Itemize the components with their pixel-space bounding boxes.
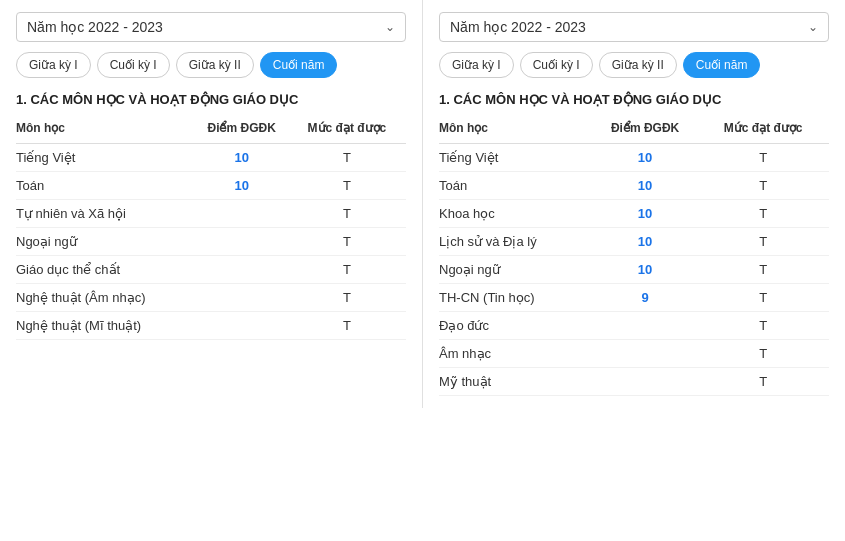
subject-name: Tiếng Việt: [439, 144, 593, 172]
table-row: Toán10T: [439, 172, 829, 200]
subject-name: Tiếng Việt: [16, 144, 195, 172]
subject-score: 10: [593, 144, 703, 172]
subject-score: [593, 340, 703, 368]
subject-name: Toán: [16, 172, 195, 200]
table-row: Toán10T: [16, 172, 406, 200]
table-row: Nghệ thuật (Âm nhạc)T: [16, 284, 406, 312]
table-row: Tiếng Việt10T: [439, 144, 829, 172]
subject-level: T: [703, 284, 829, 312]
subject-score: 10: [195, 172, 293, 200]
tab-0[interactable]: Giữa kỳ I: [439, 52, 514, 78]
tab-1[interactable]: Cuối kỳ I: [520, 52, 593, 78]
subject-score: [593, 368, 703, 396]
table-row: Giáo dục thể chấtT: [16, 256, 406, 284]
table-row: Ngoại ngữT: [16, 228, 406, 256]
table-row: Mỹ thuậtT: [439, 368, 829, 396]
subject-score: [195, 312, 293, 340]
tab-2[interactable]: Giữa kỳ II: [176, 52, 254, 78]
dropdown-arrow-icon: ⌄: [808, 20, 818, 34]
subject-name: Mỹ thuật: [439, 368, 593, 396]
subject-level: T: [294, 200, 406, 228]
panel-left: Năm học 2022 - 2023 ⌄ Giữa kỳ ICuối kỳ I…: [0, 0, 423, 408]
subject-name: Nghệ thuật (Mĩ thuật): [16, 312, 195, 340]
tab-1[interactable]: Cuối kỳ I: [97, 52, 170, 78]
subject-level: T: [294, 312, 406, 340]
col-header-2: Mức đạt được: [294, 117, 406, 144]
tab-2[interactable]: Giữa kỳ II: [599, 52, 677, 78]
col-header-1: Điểm ĐGĐK: [195, 117, 293, 144]
subject-score: 10: [593, 200, 703, 228]
subject-level: T: [703, 340, 829, 368]
subject-level: T: [703, 172, 829, 200]
table-row: Tự nhiên và Xã hộiT: [16, 200, 406, 228]
table-row: Lịch sử và Địa lý10T: [439, 228, 829, 256]
year-selector[interactable]: Năm học 2022 - 2023 ⌄: [16, 12, 406, 42]
tab-0[interactable]: Giữa kỳ I: [16, 52, 91, 78]
panels-container: Năm học 2022 - 2023 ⌄ Giữa kỳ ICuối kỳ I…: [0, 0, 845, 408]
subject-score: [195, 256, 293, 284]
subject-level: T: [294, 144, 406, 172]
subject-level: T: [703, 200, 829, 228]
table-row: TH-CN (Tin học)9T: [439, 284, 829, 312]
subject-name: Ngoại ngữ: [439, 256, 593, 284]
dropdown-arrow-icon: ⌄: [385, 20, 395, 34]
subject-name: Tự nhiên và Xã hội: [16, 200, 195, 228]
subject-score: 10: [593, 256, 703, 284]
subject-level: T: [294, 172, 406, 200]
subject-name: Toán: [439, 172, 593, 200]
table-row: Ngoại ngữ10T: [439, 256, 829, 284]
section-title: 1. CÁC MÔN HỌC VÀ HOẠT ĐỘNG GIÁO DỤC: [439, 92, 829, 107]
subject-name: Giáo dục thể chất: [16, 256, 195, 284]
subject-name: TH-CN (Tin học): [439, 284, 593, 312]
table-row: Tiếng Việt10T: [16, 144, 406, 172]
subject-score: [593, 312, 703, 340]
term-tabs: Giữa kỳ ICuối kỳ IGiữa kỳ IICuối năm: [16, 52, 406, 78]
subject-score: [195, 284, 293, 312]
table-row: Nghệ thuật (Mĩ thuật)T: [16, 312, 406, 340]
tab-3[interactable]: Cuối năm: [260, 52, 338, 78]
year-label: Năm học 2022 - 2023: [450, 19, 586, 35]
subject-score: 9: [593, 284, 703, 312]
col-header-0: Môn học: [16, 117, 195, 144]
table-row: Khoa học10T: [439, 200, 829, 228]
subject-name: Lịch sử và Địa lý: [439, 228, 593, 256]
subject-level: T: [703, 228, 829, 256]
subject-name: Khoa học: [439, 200, 593, 228]
year-selector[interactable]: Năm học 2022 - 2023 ⌄: [439, 12, 829, 42]
subject-name: Đạo đức: [439, 312, 593, 340]
col-header-0: Môn học: [439, 117, 593, 144]
subject-level: T: [703, 312, 829, 340]
subject-name: Ngoại ngữ: [16, 228, 195, 256]
subject-level: T: [294, 256, 406, 284]
subject-level: T: [703, 368, 829, 396]
table-row: Âm nhạcT: [439, 340, 829, 368]
tab-3[interactable]: Cuối năm: [683, 52, 761, 78]
panel-right: Năm học 2022 - 2023 ⌄ Giữa kỳ ICuối kỳ I…: [423, 0, 845, 408]
subject-score: 10: [593, 228, 703, 256]
subject-score: [195, 200, 293, 228]
col-header-2: Mức đạt được: [703, 117, 829, 144]
table-row: Đạo đứcT: [439, 312, 829, 340]
subject-score: 10: [593, 172, 703, 200]
col-header-1: Điểm ĐGĐK: [593, 117, 703, 144]
subject-table: Môn họcĐiểm ĐGĐKMức đạt đượcTiếng Việt10…: [439, 117, 829, 396]
subject-level: T: [703, 144, 829, 172]
subject-level: T: [703, 256, 829, 284]
year-label: Năm học 2022 - 2023: [27, 19, 163, 35]
section-title: 1. CÁC MÔN HỌC VÀ HOẠT ĐỘNG GIÁO DỤC: [16, 92, 406, 107]
subject-score: [195, 228, 293, 256]
subject-name: Nghệ thuật (Âm nhạc): [16, 284, 195, 312]
subject-level: T: [294, 228, 406, 256]
term-tabs: Giữa kỳ ICuối kỳ IGiữa kỳ IICuối năm: [439, 52, 829, 78]
subject-table: Môn họcĐiểm ĐGĐKMức đạt đượcTiếng Việt10…: [16, 117, 406, 340]
subject-level: T: [294, 284, 406, 312]
subject-name: Âm nhạc: [439, 340, 593, 368]
subject-score: 10: [195, 144, 293, 172]
